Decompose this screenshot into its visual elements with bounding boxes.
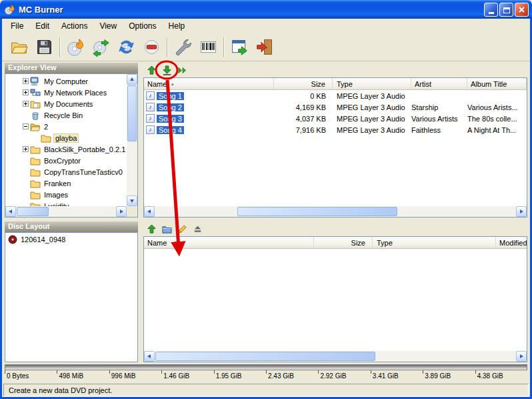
tree-item-folder-2[interactable]: 2 — [5, 121, 127, 132]
tree-vertical-scrollbar[interactable] — [127, 74, 137, 206]
open-project-button[interactable] — [6, 35, 31, 59]
capacity-tick: 3.41 GiB — [371, 370, 423, 381]
expand-plus-icon[interactable] — [23, 89, 29, 95]
scroll-thumb[interactable] — [17, 207, 49, 216]
tree-item-label: 2 — [43, 123, 49, 131]
file-list-horizontal-scrollbar[interactable] — [144, 206, 527, 217]
file-row[interactable]: ♪Song 4 7,916 KB MPEG Layer 3 Audio Fait… — [144, 124, 527, 135]
scroll-right-button[interactable] — [516, 206, 527, 217]
titlebar[interactable]: MC Burner — [0, 0, 532, 19]
explorer-view-panel: Explorer View My Computer My Network Pla… — [5, 63, 138, 218]
column-header-artist[interactable]: Artist — [411, 78, 467, 89]
barcode-button[interactable] — [195, 35, 221, 59]
green-up-arrow-icon — [147, 224, 157, 234]
menu-item-edit[interactable]: Edit — [29, 19, 55, 33]
expand-plus-icon[interactable] — [23, 101, 29, 107]
disc-folder-up-button[interactable] — [145, 222, 158, 236]
file-row[interactable]: ♪Song 1 0 KB MPEG Layer 3 Audio — [144, 90, 527, 101]
new-window-button[interactable] — [227, 35, 252, 59]
music-note-icon: ♪ — [146, 103, 155, 111]
file-row[interactable]: ♪Song 2 4,169 KB MPEG Layer 3 Audio Star… — [144, 101, 527, 113]
app-icon — [4, 4, 15, 15]
tree-item-recycle-bin[interactable]: Recycle Bin — [5, 109, 127, 121]
folder-icon — [30, 179, 41, 188]
exit-button[interactable] — [252, 35, 277, 59]
column-header-size[interactable]: Size — [274, 78, 333, 89]
convert-disc-button[interactable] — [113, 35, 139, 59]
scroll-thumb[interactable] — [155, 352, 375, 361]
burn-disc-button[interactable] — [63, 35, 88, 59]
add-to-disc-button[interactable] — [160, 63, 173, 77]
burn-disc-icon — [66, 37, 85, 57]
maximize-button[interactable] — [499, 3, 513, 17]
scroll-left-button[interactable] — [144, 351, 155, 362]
tree-item-images[interactable]: Images — [5, 189, 127, 200]
column-header-modified[interactable]: Modified — [496, 237, 527, 248]
file-size: 7,916 KB — [274, 126, 333, 134]
expand-plus-icon[interactable] — [23, 146, 29, 152]
expand-plus-icon[interactable] — [23, 78, 29, 84]
menu-item-help[interactable]: Help — [163, 19, 191, 33]
file-row[interactable]: ♪Song 3 4,037 KB MPEG Layer 3 Audio Vari… — [144, 113, 527, 124]
tree-item-copytranstunetastic[interactable]: CopyTransTuneTasticv0 — [5, 166, 127, 177]
add-all-to-disc-button[interactable] — [175, 63, 189, 77]
scroll-left-button[interactable] — [5, 206, 16, 217]
pencil-icon — [177, 224, 187, 234]
collapse-minus-icon[interactable] — [23, 123, 29, 129]
scroll-right-button[interactable] — [516, 351, 527, 362]
tree-item-glayba[interactable]: glayba — [5, 132, 127, 143]
column-header-type[interactable]: Type — [373, 237, 496, 248]
arrow-right-icon — [120, 210, 125, 214]
eject-button[interactable] — [191, 222, 204, 236]
menu-item-view[interactable]: View — [93, 19, 123, 33]
file-size: 4,037 KB — [274, 115, 333, 123]
save-project-button[interactable] — [31, 35, 57, 59]
tree-item-my-network-places[interactable]: My Network Places — [5, 87, 127, 98]
app-window: MC Burner File Edit Actions View Options… — [0, 0, 532, 399]
rename-button[interactable] — [175, 222, 189, 236]
column-header-size[interactable]: Size — [314, 237, 373, 248]
tree-item-franken[interactable]: Franken — [5, 177, 127, 189]
arrow-up-icon — [130, 75, 134, 81]
tree-horizontal-scrollbar[interactable] — [5, 206, 127, 217]
column-header-name[interactable]: Name — [144, 237, 314, 248]
folder-up-button[interactable] — [145, 63, 158, 77]
minimize-button[interactable] — [484, 3, 498, 17]
erase-disc-button[interactable] — [139, 35, 164, 59]
file-type: MPEG Layer 3 Audio — [333, 103, 411, 111]
toolbar-separator — [167, 37, 167, 57]
tree-item-my-computer[interactable]: My Computer — [5, 75, 127, 87]
scroll-right-button[interactable] — [116, 206, 127, 217]
file-browser-toolbar — [143, 63, 527, 77]
menu-item-actions[interactable]: Actions — [55, 19, 93, 33]
settings-button[interactable] — [170, 35, 195, 59]
column-header-album[interactable]: Album Title — [467, 78, 527, 89]
scroll-thumb[interactable] — [237, 207, 397, 216]
new-folder-button[interactable] — [160, 222, 173, 236]
arrow-right-icon — [520, 210, 525, 214]
scroll-up-button[interactable] — [127, 74, 137, 85]
tree-item-lucidity[interactable]: Lucidity — [5, 200, 127, 206]
scroll-thumb[interactable] — [127, 85, 137, 141]
scroll-down-button[interactable] — [127, 195, 137, 206]
file-size: 4,169 KB — [274, 103, 333, 111]
menu-item-file[interactable]: File — [5, 19, 29, 33]
disc-list-horizontal-scrollbar[interactable] — [144, 351, 527, 362]
disc-root-item[interactable]: 120614_0948 — [5, 233, 137, 245]
menu-item-options[interactable]: Options — [123, 19, 162, 33]
tree-item-label: My Computer — [43, 77, 89, 85]
tree-item-label: CopyTransTuneTasticv0 — [43, 168, 124, 176]
scroll-left-button[interactable] — [144, 206, 155, 217]
column-header-name[interactable]: Name▲ — [144, 78, 274, 89]
column-header-type[interactable]: Type — [333, 78, 411, 89]
explorer-view-header: Explorer View — [5, 63, 138, 73]
tree-item-boxcryptor[interactable]: BoxCryptor — [5, 155, 127, 166]
close-button[interactable] — [515, 3, 529, 17]
copy-disc-button[interactable] — [88, 35, 113, 59]
menubar: File Edit Actions View Options Help — [2, 19, 530, 33]
tree-item-blacksilk[interactable]: BlackSilk_Portable_0.2.1 — [5, 143, 127, 155]
file-album: Various Arists... — [467, 103, 527, 111]
capacity-tick: 498 MiB — [57, 370, 109, 381]
tree-item-my-documents[interactable]: My Documents — [5, 98, 127, 109]
folder-icon — [30, 145, 41, 154]
